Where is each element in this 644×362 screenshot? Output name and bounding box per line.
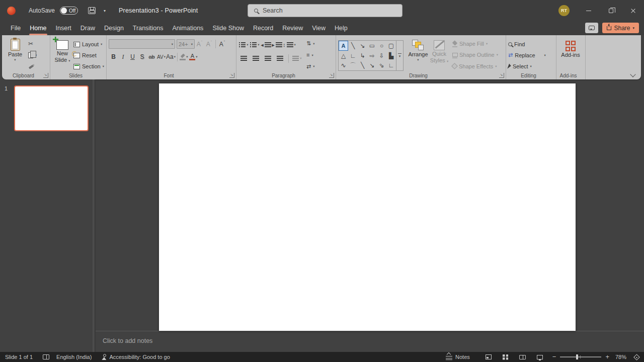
text-highlight-button[interactable]: ▾ bbox=[179, 52, 189, 62]
clear-formatting-button[interactable]: Aˇ bbox=[217, 39, 227, 49]
shape-line-arrow-2[interactable]: ↘ bbox=[367, 60, 377, 70]
bullets-button[interactable]: ▾ bbox=[238, 40, 249, 50]
avatar[interactable]: RT bbox=[558, 5, 570, 16]
increase-indent-button[interactable]: ▸ bbox=[272, 40, 282, 50]
shape-outline-button[interactable]: Shape Outline▾ bbox=[452, 50, 498, 60]
zoom-level[interactable]: 78% bbox=[615, 354, 626, 360]
shape-fill-button[interactable]: Shape Fill▾ bbox=[452, 39, 498, 49]
zoom-in-button[interactable]: + bbox=[605, 354, 609, 359]
convert-smartart-button[interactable]: ⇄▾ bbox=[306, 61, 314, 71]
bold-button[interactable]: B bbox=[109, 52, 118, 62]
autosave-toggle[interactable]: Off bbox=[60, 7, 78, 15]
notes-toggle-button[interactable]: Notes bbox=[446, 354, 470, 360]
save-icon[interactable] bbox=[88, 7, 96, 14]
reset-button[interactable]: Reset bbox=[73, 50, 104, 60]
shape-scribble[interactable]: ∿ bbox=[339, 60, 348, 70]
search-input[interactable] bbox=[263, 7, 383, 14]
underline-button[interactable]: U bbox=[128, 52, 137, 62]
font-size-combobox[interactable]: 24+▾ bbox=[177, 39, 195, 49]
align-right-button[interactable] bbox=[263, 54, 273, 63]
tab-draw[interactable]: Draw bbox=[76, 21, 100, 35]
font-color-button[interactable]: A ▾ bbox=[189, 52, 198, 62]
minimize-button[interactable] bbox=[578, 0, 600, 21]
slide-thumbnail[interactable] bbox=[14, 85, 89, 131]
shape-effects-button[interactable]: Shape Effects▾ bbox=[452, 61, 498, 71]
slide-info[interactable]: Slide 1 of 1 bbox=[5, 354, 33, 360]
quick-access-chevron-icon[interactable]: ▾ bbox=[104, 9, 106, 13]
thumbnail-scrollbar[interactable] bbox=[93, 79, 94, 352]
strikethrough-button[interactable]: ab bbox=[147, 52, 156, 62]
italic-button[interactable]: I bbox=[118, 52, 128, 62]
shape-down-arrow[interactable]: ⇩ bbox=[377, 51, 386, 61]
zoom-slider[interactable] bbox=[560, 356, 601, 357]
shape-corner[interactable]: ▙ bbox=[386, 51, 396, 61]
line-spacing-button[interactable]: ↕▾ bbox=[283, 40, 296, 50]
normal-view-button[interactable] bbox=[483, 352, 494, 362]
paste-button[interactable]: Paste ▾ bbox=[4, 38, 26, 71]
tab-file[interactable]: File bbox=[6, 21, 25, 35]
tab-view[interactable]: View bbox=[307, 21, 330, 35]
shape-elbow-connector[interactable]: ∟ bbox=[348, 51, 358, 61]
shape-triangle[interactable]: △ bbox=[339, 51, 348, 61]
shape-elbow-arrow-connector[interactable]: ↳ bbox=[358, 51, 367, 61]
share-button[interactable]: Share ▾ bbox=[602, 23, 639, 33]
powerpoint-logo-icon[interactable] bbox=[7, 7, 16, 15]
layout-button[interactable]: Layout▾ bbox=[73, 39, 104, 49]
search-box[interactable] bbox=[248, 4, 403, 17]
text-shadow-button[interactable]: S bbox=[137, 52, 147, 62]
shape-double-arrow[interactable]: ⇘ bbox=[377, 60, 386, 70]
tab-animations[interactable]: Animations bbox=[168, 21, 208, 35]
text-direction-button[interactable]: ⇅▾ bbox=[306, 39, 314, 49]
format-painter-button[interactable] bbox=[28, 61, 37, 71]
slide-sorter-view-button[interactable] bbox=[500, 352, 511, 362]
align-text-button[interactable]: ≡▾ bbox=[306, 50, 314, 60]
shape-oval[interactable]: ○ bbox=[377, 41, 386, 51]
character-spacing-button[interactable]: AV▾ bbox=[156, 52, 166, 62]
shape-line-2[interactable]: ╲ bbox=[358, 60, 367, 70]
zoom-out-button[interactable]: − bbox=[552, 354, 556, 359]
tab-help[interactable]: Help bbox=[330, 21, 352, 35]
shape-right-arrow[interactable]: ⇨ bbox=[367, 51, 377, 61]
select-button[interactable]: Select▾ bbox=[508, 62, 554, 71]
shape-text-box[interactable]: A bbox=[339, 41, 348, 51]
spell-check-button[interactable] bbox=[43, 354, 49, 359]
columns-button[interactable]: ▾ bbox=[292, 54, 302, 63]
tab-transitions[interactable]: Transitions bbox=[128, 21, 168, 35]
tab-slide-show[interactable]: Slide Show bbox=[208, 21, 249, 35]
slide-canvas[interactable] bbox=[159, 83, 576, 331]
collapse-ribbon-chevron-icon[interactable] bbox=[630, 71, 635, 77]
slide-show-button[interactable] bbox=[534, 352, 545, 362]
shrink-font-button[interactable]: Aˇ bbox=[204, 39, 214, 49]
clipboard-dialog-launcher[interactable]: ↘ bbox=[43, 73, 48, 78]
shape-elbow-connector-2[interactable]: ∟ bbox=[386, 60, 396, 70]
tab-record[interactable]: Record bbox=[249, 21, 278, 35]
shape-arc[interactable]: ⌒ bbox=[348, 60, 358, 70]
replace-button[interactable]: ⇄Replace▾ bbox=[508, 50, 554, 60]
cut-button[interactable]: ✂ bbox=[28, 39, 37, 49]
restore-button[interactable] bbox=[600, 0, 622, 21]
addins-button[interactable]: Add-ins bbox=[558, 38, 583, 71]
shape-rectangle[interactable]: ▭ bbox=[367, 41, 377, 51]
tab-insert[interactable]: Insert bbox=[51, 21, 76, 35]
shape-line[interactable]: ╲ bbox=[348, 41, 358, 51]
align-left-button[interactable] bbox=[238, 54, 249, 63]
reading-view-button[interactable] bbox=[517, 352, 528, 362]
arrange-button[interactable]: Arrange ▾ bbox=[407, 38, 429, 71]
copy-button[interactable]: ▾ bbox=[28, 50, 37, 60]
shape-gallery-more-button[interactable]: ▾ bbox=[396, 40, 404, 71]
notes-placeholder[interactable]: Click to add notes bbox=[103, 337, 152, 344]
drawing-dialog-launcher[interactable]: ↘ bbox=[499, 73, 504, 78]
comments-button[interactable] bbox=[585, 23, 598, 33]
new-slide-button[interactable]: New Slide ▾ bbox=[52, 38, 72, 71]
notes-pane[interactable]: Click to add notes bbox=[96, 331, 644, 352]
change-case-button[interactable]: Aa▾ bbox=[166, 52, 176, 62]
justify-button[interactable] bbox=[275, 54, 285, 63]
fit-slide-to-window-icon[interactable] bbox=[633, 354, 640, 360]
zoom-slider-thumb[interactable] bbox=[576, 354, 578, 359]
shape-line-arrow[interactable]: ↘ bbox=[358, 41, 367, 51]
quick-styles-button[interactable]: Quick Styles ▾ bbox=[429, 38, 449, 71]
accessibility-button[interactable]: Accessibility: Good to go bbox=[102, 354, 170, 360]
shape-rounded-rectangle[interactable]: ▢ bbox=[386, 41, 396, 51]
font-name-combobox[interactable]: ▾ bbox=[109, 39, 175, 49]
numbering-button[interactable]: ▾ bbox=[250, 40, 260, 50]
